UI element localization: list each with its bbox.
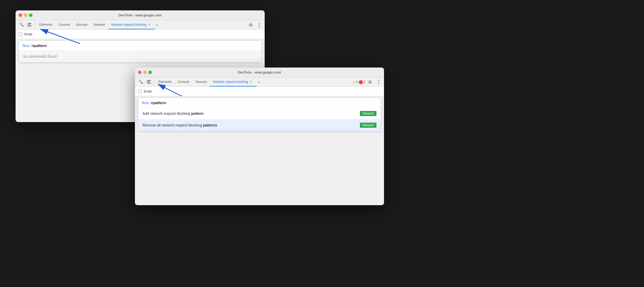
minimize-button-1[interactable] bbox=[24, 14, 27, 17]
tab-sources[interactable]: Sources bbox=[73, 20, 91, 29]
warning-badge: ⚠ 3 bbox=[352, 80, 358, 84]
command-input-2[interactable]: Run >pattern bbox=[138, 98, 381, 108]
more-icon[interactable]: ⋮ bbox=[255, 21, 263, 29]
pattern-label-2: >pattern bbox=[151, 101, 166, 105]
maximize-button-1[interactable] bbox=[29, 14, 32, 17]
command-palette-2: Run >pattern Add network request blockin… bbox=[138, 98, 381, 131]
tab-network-request-blocking-2[interactable]: Network request blocking ✕ bbox=[210, 77, 256, 86]
error-count: 2 bbox=[364, 80, 365, 84]
title-bar-1: DevTools - www.google.com/ bbox=[16, 10, 265, 20]
toolbar-2: Enab bbox=[135, 87, 384, 96]
traffic-lights-2 bbox=[138, 71, 152, 74]
tab-sources-2[interactable]: Sources bbox=[192, 77, 210, 86]
no-commands-message: No commands found bbox=[19, 51, 261, 62]
tab-bar-right-1: ⋮ bbox=[247, 20, 265, 29]
network-badge-2: Network bbox=[360, 123, 376, 128]
command-input-1[interactable]: Run >pattern bbox=[19, 41, 261, 51]
settings-icon-2[interactable] bbox=[366, 78, 374, 86]
tab-bar-right-2: ⚠ 3 🛑 2 ⋮ bbox=[352, 77, 384, 86]
command-item-1[interactable]: Add network request blocking pattern Net… bbox=[138, 108, 381, 119]
window-title-1: DevTools - www.google.com/ bbox=[119, 13, 162, 17]
devtools-window-2: DevTools - www.google.com/ Elements Cons… bbox=[135, 68, 384, 205]
svg-rect-0 bbox=[20, 23, 22, 25]
warning-icon: ⚠ bbox=[352, 80, 355, 84]
tab-overflow-btn-2[interactable]: » bbox=[256, 77, 261, 86]
device-tool-icon[interactable] bbox=[26, 21, 33, 29]
tab-close-icon[interactable]: ✕ bbox=[147, 23, 152, 27]
command-item-text-2: Remove all network request blocking patt… bbox=[142, 123, 357, 127]
command-list: Add network request blocking pattern Net… bbox=[138, 108, 381, 131]
tab-elements[interactable]: Elements bbox=[36, 20, 55, 29]
toolbar-1: Enab bbox=[16, 30, 265, 39]
error-icon: 🛑 bbox=[359, 80, 363, 84]
enable-label-1: Enab bbox=[24, 32, 32, 36]
tab-network[interactable]: Network bbox=[91, 20, 108, 29]
title-bar-2: DevTools - www.google.com/ bbox=[135, 68, 384, 77]
error-badge: 🛑 2 bbox=[359, 80, 365, 84]
warning-count: 3 bbox=[356, 80, 358, 84]
minimize-button-2[interactable] bbox=[143, 71, 147, 74]
svg-point-7 bbox=[369, 81, 371, 83]
tab-elements-2[interactable]: Elements bbox=[155, 77, 175, 86]
enable-checkbox-1[interactable] bbox=[19, 32, 22, 36]
close-button-1[interactable] bbox=[19, 14, 22, 17]
tab-network-request-blocking[interactable]: Network request blocking ✕ bbox=[108, 20, 155, 29]
tab-bar-2: Elements Console Sources Network request… bbox=[135, 77, 384, 87]
tab-close-icon-2[interactable]: ✕ bbox=[249, 80, 253, 84]
run-label-1: Run bbox=[23, 43, 30, 48]
command-item-2[interactable]: Remove all network request blocking patt… bbox=[138, 119, 381, 131]
settings-icon[interactable] bbox=[247, 21, 254, 29]
selector-tool-icon[interactable] bbox=[18, 21, 25, 29]
more-icon-2[interactable]: ⋮ bbox=[375, 78, 382, 86]
traffic-lights-1 bbox=[19, 14, 32, 17]
network-badge-1: Network bbox=[360, 111, 376, 116]
tab-bar-icons-1 bbox=[17, 20, 35, 29]
tab-console-2[interactable]: Console bbox=[175, 77, 192, 86]
window-title-2: DevTools - www.google.com/ bbox=[238, 70, 281, 74]
enable-label-2: Enab bbox=[144, 89, 152, 93]
tab-overflow-btn[interactable]: » bbox=[155, 20, 160, 29]
command-palette-1: Run >pattern No commands found bbox=[19, 41, 262, 62]
svg-rect-4 bbox=[139, 80, 141, 82]
tab-bar-icons-2 bbox=[136, 77, 154, 86]
run-label-2: Run bbox=[142, 101, 149, 105]
svg-point-3 bbox=[250, 24, 251, 25]
tab-bar-1: Elements Console Sources Network Network… bbox=[16, 20, 265, 30]
pattern-label-1: >pattern bbox=[31, 43, 47, 48]
command-item-text-1: Add network request blocking pattern bbox=[142, 111, 357, 116]
close-button-2[interactable] bbox=[138, 71, 141, 74]
tab-console[interactable]: Console bbox=[55, 20, 73, 29]
enable-checkbox-2[interactable] bbox=[138, 90, 142, 93]
device-tool-icon-2[interactable] bbox=[145, 78, 153, 86]
selector-tool-icon-2[interactable] bbox=[138, 78, 145, 86]
maximize-button-2[interactable] bbox=[148, 71, 152, 74]
